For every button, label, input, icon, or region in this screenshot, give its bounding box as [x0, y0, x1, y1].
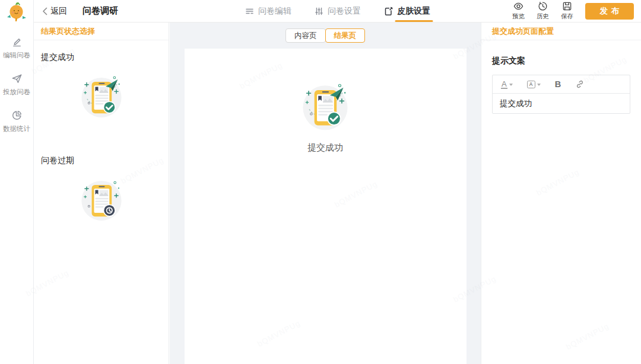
tab-survey-settings[interactable]: 问卷设置	[314, 0, 361, 23]
font-color-icon: A	[501, 80, 507, 89]
save-button[interactable]: 保存	[561, 1, 573, 21]
survey-editor-app: bQMVNPUg bQMVNPUg bQMVNPUg bQMVNPUg bQMV…	[0, 0, 641, 364]
result-state-panel: 结果页状态选择 提交成功	[34, 23, 169, 364]
survey-title: 问卷调研	[82, 5, 118, 17]
tab-label: 皮肤设置	[397, 6, 430, 17]
panel-header: 结果页状态选择	[34, 23, 169, 40]
editor-toolbar: A A B	[493, 75, 630, 94]
chevron-down-icon	[537, 84, 541, 86]
left-nav-rail: 编辑问卷 投放问卷 数据统计	[0, 0, 34, 364]
prompt-text-input[interactable]: 提交成功	[493, 94, 630, 113]
chevron-down-icon	[509, 84, 513, 86]
state-label-expired: 问卷过期	[41, 155, 169, 166]
rich-text-editor: A A B 提交成功	[492, 75, 630, 114]
chevron-left-icon	[42, 7, 47, 15]
bold-button[interactable]: B	[555, 79, 561, 89]
list-lines-icon	[245, 7, 254, 16]
tab-label: 问卷编辑	[258, 6, 291, 17]
tab-label: 问卷设置	[328, 6, 361, 17]
document-edit-icon	[383, 7, 393, 16]
preview-button[interactable]: 预览	[512, 1, 525, 21]
eye-icon	[513, 1, 523, 11]
tab-result-page[interactable]: 结果页	[325, 28, 366, 43]
field-label: 提示文案	[492, 56, 630, 66]
publish-button[interactable]: 发布	[585, 3, 634, 20]
back-label: 返回	[50, 6, 67, 17]
top-header: 返回 问卷调研 问卷编辑 问卷设置	[34, 0, 641, 23]
sidebar-item-distribute-survey[interactable]: 投放问卷	[3, 73, 30, 97]
panel-title: 提交成功页面配置	[492, 26, 554, 37]
clipboard-check-illustration	[76, 71, 127, 122]
paper-plane-icon	[11, 73, 23, 84]
clipboard-check-illustration	[297, 78, 354, 135]
canvas-page-tabs: 内容页 结果页	[170, 28, 481, 43]
background-color-button[interactable]: A	[527, 81, 541, 88]
action-label: 历史	[537, 12, 549, 21]
state-label-success: 提交成功	[41, 52, 169, 63]
header-actions: 预览 历史 保存 发布	[512, 1, 634, 21]
app-logo-icon	[7, 2, 27, 23]
sidebar-item-label: 投放问卷	[3, 88, 30, 97]
state-option-expired[interactable]	[34, 174, 169, 225]
header-tabs: 问卷编辑 问卷设置 皮肤设置	[245, 0, 430, 23]
sidebar-item-data-statistics[interactable]: 数据统计	[3, 110, 30, 133]
panel-header: 提交成功页面配置	[481, 23, 641, 40]
panel-title: 结果页状态选择	[41, 26, 95, 37]
pencil-icon	[11, 36, 23, 47]
background-color-icon: A	[527, 81, 535, 88]
back-button[interactable]: 返回	[42, 6, 67, 17]
bold-icon: B	[555, 79, 561, 89]
result-page-title: 提交成功	[185, 142, 467, 154]
link-button[interactable]	[575, 79, 585, 89]
result-page-preview-card[interactable]: 提交成功	[185, 49, 467, 364]
action-label: 预览	[512, 12, 525, 21]
tab-survey-edit[interactable]: 问卷编辑	[245, 0, 291, 23]
sidebar-item-label: 数据统计	[3, 124, 30, 133]
history-clock-icon	[538, 1, 548, 11]
font-color-button[interactable]: A	[501, 80, 513, 89]
state-option-success[interactable]	[34, 71, 169, 122]
sidebar-item-edit-survey[interactable]: 编辑问卷	[3, 36, 30, 60]
save-floppy-icon	[562, 1, 572, 11]
sliders-icon	[314, 7, 323, 16]
pie-chart-icon	[11, 110, 23, 121]
link-icon	[575, 79, 585, 89]
clipboard-clock-illustration	[76, 174, 127, 225]
tab-skin-settings[interactable]: 皮肤设置	[383, 0, 430, 23]
history-button[interactable]: 历史	[537, 1, 549, 21]
sidebar-item-label: 编辑问卷	[3, 51, 30, 60]
preview-canvas-area: 内容页 结果页	[170, 23, 481, 364]
action-label: 保存	[561, 12, 573, 21]
preview-illustration-wrap	[185, 49, 467, 135]
tab-content-page[interactable]: 内容页	[285, 28, 326, 43]
config-panel: 提交成功页面配置 提示文案 A A B	[481, 23, 641, 364]
